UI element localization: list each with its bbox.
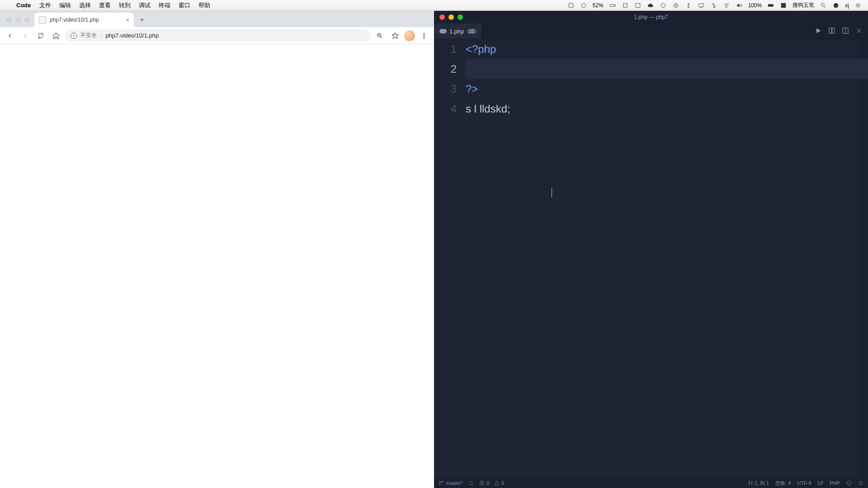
menu-file[interactable]: 文件 (39, 1, 51, 9)
svg-point-1 (581, 3, 585, 7)
menu-debug[interactable]: 调试 (139, 1, 151, 9)
separator: | (100, 32, 102, 39)
svg-marker-25 (392, 33, 398, 38)
app-name[interactable]: Code (16, 2, 31, 9)
tray-icon[interactable] (672, 2, 679, 9)
cursor-position-button[interactable]: 行 2, 列 1 (748, 480, 769, 487)
traffic-max-icon[interactable] (24, 17, 30, 23)
spotlight-icon[interactable] (820, 2, 827, 9)
text-cursor-icon (552, 188, 552, 197)
indentation-button[interactable]: 空格: 4 (775, 480, 791, 487)
display-icon[interactable] (698, 2, 705, 9)
chrome-traffic-lights[interactable] (4, 17, 34, 27)
editor-tab[interactable]: 1.php 10 (434, 23, 482, 39)
problems-button[interactable]: 0 0 (479, 480, 504, 486)
home-button[interactable] (50, 29, 62, 42)
control-center-icon[interactable] (854, 2, 862, 9)
line-number: 1 (434, 39, 457, 59)
wifi-icon[interactable] (723, 2, 730, 9)
menu-selection[interactable]: 选择 (79, 1, 91, 9)
svg-point-42 (847, 481, 851, 485)
menubar-right: 52% 100% S 搜狗五笔 xj (567, 1, 868, 9)
battery-2-label[interactable]: 100% (748, 2, 762, 9)
new-tab-button[interactable]: + (136, 14, 148, 26)
svg-rect-12 (773, 5, 774, 5)
php-file-icon (439, 29, 447, 33)
menu-terminal[interactable]: 终端 (159, 1, 170, 9)
chrome-tab[interactable]: php7.video/10/1.php × (34, 13, 134, 27)
chrome-viewport (0, 44, 434, 488)
feedback-icon[interactable] (846, 480, 852, 486)
menu-icon[interactable] (418, 29, 430, 42)
volume-icon[interactable] (736, 2, 743, 9)
menu-view[interactable]: 查看 (99, 1, 111, 9)
svg-point-7 (675, 5, 677, 6)
traffic-min-icon[interactable] (448, 14, 454, 20)
tray-icon[interactable] (580, 2, 587, 9)
svg-point-5 (661, 3, 665, 7)
back-button[interactable] (4, 29, 16, 42)
menu-go[interactable]: 转到 (119, 1, 131, 9)
svg-line-22 (381, 37, 382, 38)
code-editor[interactable]: 1 2 3 4 <?php ?> s l lldskd; (434, 39, 868, 478)
line-number: 4 (434, 99, 457, 119)
battery-1-label[interactable]: 52% (593, 2, 604, 9)
close-editor-icon[interactable] (855, 27, 863, 36)
battery-icon[interactable] (767, 2, 774, 9)
traffic-max-icon[interactable] (458, 14, 463, 20)
svg-marker-29 (816, 28, 821, 33)
svg-text:S: S (783, 4, 785, 7)
git-branch-button[interactable]: master* (439, 480, 463, 486)
tray-icon[interactable] (622, 2, 629, 9)
menu-help[interactable]: 帮助 (198, 1, 210, 9)
svg-rect-4 (623, 3, 627, 7)
siri-icon[interactable] (832, 2, 840, 9)
eol-button[interactable]: LF (818, 480, 824, 486)
address-bar[interactable]: i 不安全 | php7.video/10/1.php (65, 29, 371, 42)
site-info-icon[interactable]: i (71, 33, 77, 39)
profile-avatar[interactable] (404, 30, 415, 41)
forward-button[interactable] (19, 29, 32, 42)
reload-button[interactable] (34, 29, 47, 42)
user-label[interactable]: xj (845, 2, 849, 9)
tab-filename: 1.php (449, 28, 464, 35)
ime-label[interactable]: 搜狗五笔 (793, 1, 814, 9)
tray-icon[interactable] (685, 2, 692, 9)
line-gutter: 1 2 3 4 (434, 39, 466, 478)
menu-edit[interactable]: 编辑 (59, 1, 71, 9)
svg-point-36 (439, 481, 440, 482)
cloud-icon[interactable] (647, 2, 654, 9)
tray-icon[interactable] (660, 2, 667, 9)
vscode-traffic-lights[interactable] (434, 14, 463, 20)
svg-rect-3 (614, 5, 615, 5)
split-diff-icon[interactable] (828, 27, 835, 36)
code-line: ?> (466, 79, 868, 99)
bookmark-star-icon[interactable] (389, 29, 401, 42)
code-body[interactable]: <?php ?> s l lldskd; (466, 39, 868, 478)
tray-icon[interactable] (634, 2, 642, 9)
url-text: php7.video/10/1.php (105, 32, 159, 39)
macos-menubar: Code 文件 编辑 选择 查看 转到 调试 终端 窗口 帮助 52% 100%… (0, 0, 868, 11)
svg-point-10 (726, 7, 726, 8)
run-icon[interactable] (815, 27, 822, 36)
traffic-close-icon[interactable] (6, 17, 12, 23)
menu-window[interactable]: 窗口 (179, 1, 190, 9)
language-mode-button[interactable]: PHP (830, 480, 840, 486)
zoom-icon[interactable] (373, 29, 386, 42)
encoding-button[interactable]: UTF-8 (797, 480, 811, 486)
traffic-min-icon[interactable] (15, 17, 21, 23)
battery-icon[interactable] (609, 2, 616, 9)
editor-actions (815, 23, 868, 39)
notifications-icon[interactable] (858, 480, 863, 486)
close-tab-icon[interactable]: × (126, 17, 129, 23)
svg-point-17 (834, 3, 839, 8)
bluetooth-icon[interactable] (710, 2, 717, 9)
tab-problems-badge: 10 (467, 29, 476, 34)
sync-button[interactable] (468, 480, 474, 486)
ime-icon[interactable]: S (780, 2, 787, 9)
svg-rect-8 (698, 3, 703, 6)
traffic-close-icon[interactable] (439, 14, 445, 20)
line-number: 2 (434, 59, 457, 79)
tray-icon[interactable] (567, 2, 575, 9)
split-editor-icon[interactable] (842, 27, 849, 36)
